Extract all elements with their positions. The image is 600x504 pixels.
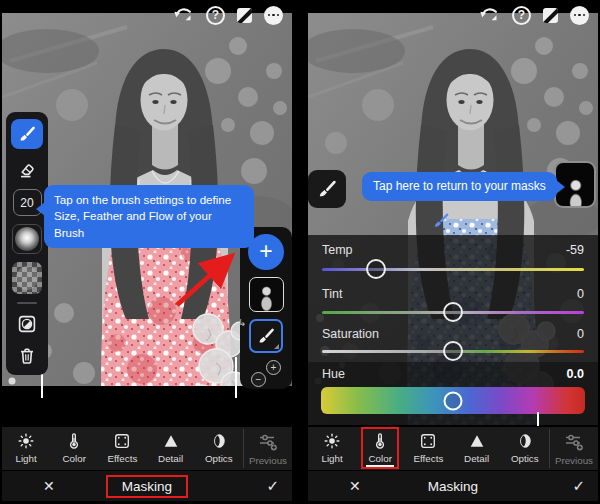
tab-light[interactable]: Light xyxy=(2,427,50,470)
masking-bar: ✕ Masking ✓ xyxy=(308,471,598,501)
brush-icon xyxy=(257,327,275,345)
masks-panel: + ↳ + − xyxy=(240,227,292,389)
add-to-mask-button[interactable]: + xyxy=(266,360,281,375)
tab-label: Light xyxy=(15,453,36,464)
preview-off-icon[interactable] xyxy=(543,8,558,23)
effects-icon xyxy=(113,432,131,450)
panel-before: ? 20 Tap on the brush settings to define… xyxy=(2,0,292,504)
hue-slider[interactable] xyxy=(321,387,585,414)
tab-light[interactable]: Light xyxy=(308,427,356,470)
temp-slider[interactable] xyxy=(322,259,584,279)
brush-settings-tooltip: Tap on the brush settings to define Size… xyxy=(44,185,254,248)
slider-track xyxy=(322,268,584,271)
tab-effects[interactable]: Effects xyxy=(404,427,452,470)
slider-value: -59 xyxy=(566,243,584,257)
slider-label: Hue xyxy=(322,367,345,381)
tooltip-line: Tap on the brush settings to define xyxy=(54,192,244,208)
slider-value: 0.0 xyxy=(567,367,584,381)
tab-label: Effects xyxy=(108,453,138,464)
close-icon[interactable]: ✕ xyxy=(43,478,55,494)
tint-slider[interactable] xyxy=(322,302,584,322)
subtract-from-mask-button[interactable]: − xyxy=(251,372,266,387)
slider-knob[interactable] xyxy=(443,341,463,361)
corner-triangle-icon xyxy=(274,344,279,349)
tab-effects[interactable]: Effects xyxy=(98,427,146,470)
undo-icon[interactable] xyxy=(172,5,194,25)
brush-tool-button[interactable] xyxy=(11,119,43,149)
crop-handle-right[interactable] xyxy=(235,357,237,398)
more-options-icon[interactable] xyxy=(570,6,589,25)
eraser-tool-button[interactable] xyxy=(12,157,42,181)
tooltip-tail xyxy=(36,202,45,216)
tab-color-selected[interactable]: Color xyxy=(356,427,404,470)
tab-optics[interactable]: Optics xyxy=(195,427,243,470)
tab-label: Previous xyxy=(249,455,287,466)
slider-knob[interactable] xyxy=(366,259,386,279)
tab-label: Optics xyxy=(511,453,539,464)
slider-value: 0 xyxy=(577,327,584,341)
confirm-icon[interactable]: ✓ xyxy=(572,477,585,495)
help-icon[interactable]: ? xyxy=(206,6,225,25)
trash-icon xyxy=(17,346,37,366)
tab-color[interactable]: Color xyxy=(50,427,98,470)
slider-label: Tint xyxy=(322,287,342,301)
previous-icon xyxy=(563,432,585,452)
light-icon xyxy=(17,432,35,450)
panel-after: ? Tap here to return to your masks Temp … xyxy=(308,0,598,504)
saturation-slider[interactable] xyxy=(322,341,584,361)
tooltip-tail xyxy=(556,180,565,194)
undo-icon[interactable] xyxy=(478,5,500,25)
hue-section: Hue 0.0 xyxy=(308,362,598,425)
tooltip-line: Size, Feather and Flow of your xyxy=(54,208,244,224)
highlight-box xyxy=(361,427,399,469)
help-icon[interactable]: ? xyxy=(512,6,531,25)
add-subtract-stepper: + − xyxy=(248,360,284,387)
brush-feather-button[interactable] xyxy=(12,224,42,254)
preview-off-icon[interactable] xyxy=(237,8,252,23)
optics-icon xyxy=(210,432,228,450)
slider-knob[interactable] xyxy=(443,302,463,322)
tab-label: Optics xyxy=(205,453,233,464)
masking-title: Masking xyxy=(428,479,478,494)
masking-title: Masking xyxy=(106,475,188,498)
close-icon[interactable]: ✕ xyxy=(349,478,361,494)
mask-thumbnail[interactable] xyxy=(249,277,284,312)
crop-handle-right[interactable] xyxy=(537,412,539,426)
invert-mask-button[interactable] xyxy=(12,312,42,336)
tab-label: Color xyxy=(63,453,86,464)
branch-arrow-icon: ↳ xyxy=(238,317,246,328)
tab-detail[interactable]: Detail xyxy=(453,427,501,470)
edit-toolbar: Light Color Effects Detail Optics Previo… xyxy=(2,427,292,470)
confirm-icon[interactable]: ✓ xyxy=(266,477,279,495)
tab-label: Detail xyxy=(464,453,489,464)
color-adjustments-panel: Temp -59 Tint 0 Saturation 0 Hue 0.0 xyxy=(308,235,598,425)
brush-tools-sidebar: 20 xyxy=(6,112,48,375)
tab-label: Light xyxy=(321,453,342,464)
brush-icon xyxy=(18,125,36,143)
active-brush-tool[interactable] xyxy=(249,319,283,353)
tab-optics[interactable]: Optics xyxy=(501,427,549,470)
invert-icon xyxy=(17,314,37,334)
sidebar-divider xyxy=(17,302,37,304)
masking-bar: ✕ Masking ✓ xyxy=(2,471,292,501)
brush-flow-button[interactable] xyxy=(12,262,42,294)
slider-value: 0 xyxy=(577,287,584,301)
tab-previous[interactable]: Previous xyxy=(244,427,292,470)
return-to-masks-tooltip: Tap here to return to your masks xyxy=(362,172,557,201)
tooltip-text: Tap here to return to your masks xyxy=(373,179,546,193)
brush-icon xyxy=(317,179,337,199)
slider-knob[interactable] xyxy=(444,391,463,410)
more-options-icon[interactable] xyxy=(264,6,283,25)
brush-tool-button[interactable] xyxy=(308,170,346,208)
delete-mask-button[interactable] xyxy=(12,344,42,368)
top-toolbar: ? xyxy=(172,5,283,25)
optics-icon xyxy=(516,432,534,450)
feather-gradient-icon xyxy=(15,227,39,251)
effects-icon xyxy=(419,432,437,450)
tab-previous[interactable]: Previous xyxy=(550,427,598,470)
tab-detail[interactable]: Detail xyxy=(147,427,195,470)
light-icon xyxy=(323,432,341,450)
previous-icon xyxy=(257,432,279,452)
tab-label: Effects xyxy=(414,453,444,464)
tooltip-line: Brush xyxy=(54,225,244,241)
